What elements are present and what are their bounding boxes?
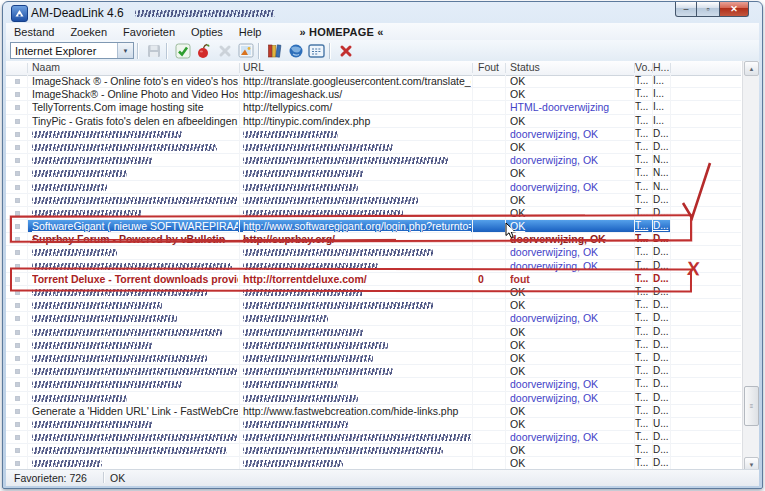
table-row[interactable]: doorverwijzing, OKT...D...: [6, 246, 741, 259]
table-row[interactable]: doorverwijzing, OKT...D...: [6, 260, 741, 273]
bookmarks-books-icon[interactable]: [265, 42, 284, 60]
table-header: NaamURLFoutStatusVo...H...: [6, 61, 741, 76]
column-separator[interactable]: [27, 63, 28, 73]
table-row[interactable]: Generate a 'Hidden URL' Link - FastWebCr…: [6, 405, 741, 418]
column-separator[interactable]: [652, 63, 653, 73]
menu-item-opties[interactable]: Opties: [183, 23, 231, 40]
close-button[interactable]: ✕: [719, 2, 749, 17]
bookmark-name: Suprbay Forum - Powered by vBulletin: [32, 233, 238, 245]
browser-select[interactable]: Internet Explorer ▼: [10, 42, 134, 59]
table-row[interactable]: doorverwijzing, OKT...D...: [6, 312, 741, 325]
table-row[interactable]: doorverwijzing, OKT...D...: [6, 392, 741, 405]
menu-item-favorieten[interactable]: Favorieten: [115, 23, 183, 40]
table-row[interactable]: OKT...D...: [6, 339, 741, 352]
table-row[interactable]: OKT...D...: [6, 365, 741, 378]
preview-image-icon[interactable]: [236, 42, 255, 60]
h-value: D...: [653, 457, 669, 469]
table-row[interactable]: ImageShack ® - Online foto's en video's …: [6, 75, 741, 88]
table-row[interactable]: doorverwijzing, OKT...N...: [6, 154, 741, 167]
status-value: OK: [510, 88, 633, 100]
column-separator[interactable]: [472, 63, 473, 73]
table-row[interactable]: doorverwijzing, OKT...N...: [6, 181, 741, 194]
favicon-placeholder: [15, 171, 20, 176]
chevron-down-icon[interactable]: ▼: [117, 43, 133, 58]
column-header-fout[interactable]: Fout: [478, 61, 504, 74]
column-separator[interactable]: [505, 63, 506, 73]
table-row[interactable]: ImageShack® - Online Photo and Video Hos…: [6, 88, 741, 101]
column-header-vo[interactable]: Vo...: [635, 61, 652, 74]
column-header-status[interactable]: Status: [510, 61, 632, 74]
table-row[interactable]: OKT...D...: [6, 141, 741, 154]
favicon-placeholder: [15, 396, 20, 401]
favicon-placeholder: [15, 92, 20, 97]
h-value: D...: [653, 444, 669, 456]
scribble: [32, 210, 142, 217]
table-row[interactable]: OKT...D...: [6, 352, 741, 365]
scribble: [243, 315, 328, 322]
table-row[interactable]: Torrent Deluxe - Torrent downloads provi…: [6, 273, 741, 286]
scribble: [32, 157, 152, 164]
h-value: D...: [653, 339, 669, 351]
redacted-bookmark-name: [32, 352, 238, 364]
error-count: [478, 286, 504, 298]
minimize-button[interactable]: –: [675, 2, 697, 17]
scroll-up-icon[interactable]: ▲: [744, 61, 759, 76]
table-row[interactable]: Suprbay Forum - Powered by vBulletinhttp…: [6, 233, 741, 246]
menu-item-help[interactable]: Help: [231, 23, 270, 40]
table-row[interactable]: OKT...D...: [6, 299, 741, 312]
table-row[interactable]: OKT...D...: [6, 207, 741, 220]
table-row[interactable]: OKT...D...: [6, 444, 741, 457]
table-row[interactable]: OKT...D...: [6, 194, 741, 207]
maximize-button[interactable]: ▫: [697, 2, 719, 17]
table-row[interactable]: OKT...U...: [6, 418, 741, 431]
grid-column-line: [670, 75, 671, 471]
status-value: doorverwijzing, OK: [510, 246, 633, 258]
h-value: N...: [653, 167, 669, 179]
menu-item-bestand[interactable]: Bestand: [6, 23, 62, 40]
scribble: [243, 460, 343, 467]
column-header-h[interactable]: H...: [653, 61, 669, 74]
column-separator[interactable]: [634, 63, 635, 73]
delete-icon[interactable]: [336, 42, 355, 60]
column-header-naam[interactable]: Naam: [32, 61, 237, 74]
vertical-scrollbar[interactable]: ▲ ≡ ▼: [742, 61, 759, 472]
window-controls: – ▫ ✕: [675, 2, 749, 17]
scribble: [32, 447, 227, 454]
redacted-bookmark-name: [32, 457, 238, 469]
scribble: [32, 289, 207, 296]
column-separator[interactable]: [670, 63, 671, 73]
bookmark-name: TinyPic - Gratis foto's delen en afbeeld…: [32, 115, 238, 127]
table-row[interactable]: TellyTorrents.Com image hosting sitehttp…: [6, 101, 741, 114]
vo-value: T...: [635, 299, 652, 311]
list-window-icon[interactable]: [307, 42, 326, 60]
h-value: D...: [653, 286, 669, 298]
browser-select-value: Internet Explorer: [11, 45, 117, 57]
table-row[interactable]: doorverwijzing, OKT...D...: [6, 128, 741, 141]
menu-item-zoeken[interactable]: Zoeken: [62, 23, 115, 40]
redacted-bookmark-url: [243, 128, 471, 140]
status-value: doorverwijzing, OK: [510, 128, 633, 140]
table-row[interactable]: OKT...D...: [6, 286, 741, 299]
h-value: D...: [653, 378, 669, 390]
scribble: [243, 210, 403, 217]
favicon-placeholder: [15, 224, 20, 229]
check-bookmarks-icon[interactable]: [173, 42, 192, 60]
title-bar[interactable]: AM-DeadLink 4.6 – ▫ ✕: [3, 2, 762, 23]
redacted-bookmark-url: [243, 154, 471, 166]
table-row[interactable]: SoftwareGigant ( nieuwe SOFTWAREPIRAAT !…: [6, 220, 741, 233]
cherry-icon[interactable]: [194, 42, 213, 60]
favicon-placeholder: [15, 461, 20, 466]
table-row[interactable]: OKT...D...: [6, 326, 741, 339]
vo-value: T...: [635, 326, 652, 338]
table-row[interactable]: doorverwijzing, OKT...D...: [6, 431, 741, 444]
table-row[interactable]: TinyPic - Gratis foto's delen en afbeeld…: [6, 115, 741, 128]
table-row[interactable]: OKT...N...: [6, 167, 741, 180]
browser-globe-icon[interactable]: [286, 42, 305, 60]
favicon-placeholder: [15, 145, 20, 150]
menu-item-homepage[interactable]: » HOMEPAGE «: [291, 23, 391, 40]
column-header-url[interactable]: URL: [243, 61, 470, 74]
scrollbar-thumb[interactable]: ≡: [744, 386, 759, 426]
grid-column-line: [634, 75, 635, 471]
table-row[interactable]: doorverwijzing, OKT...D...: [6, 378, 741, 391]
column-separator[interactable]: [239, 63, 240, 73]
